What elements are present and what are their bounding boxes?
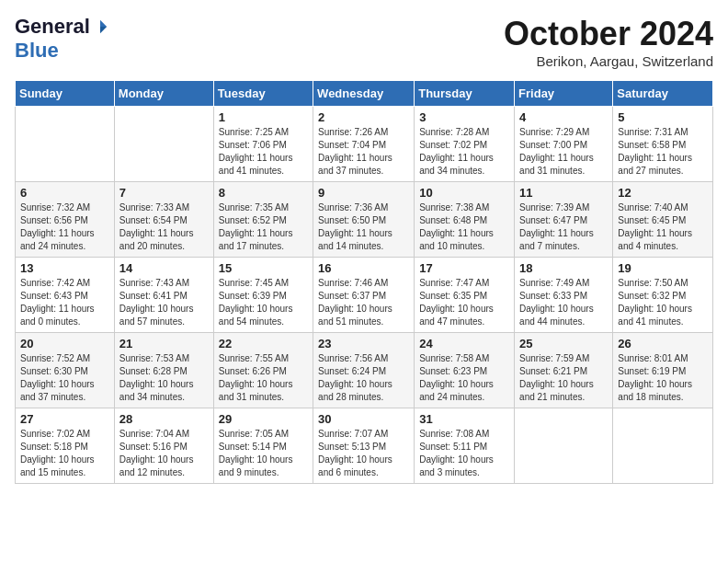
calendar-cell — [114, 107, 213, 182]
day-number: 22 — [219, 337, 308, 350]
day-info: Sunrise: 7:58 AM Sunset: 6:23 PM Dayligh… — [419, 352, 509, 404]
calendar-cell: 14Sunrise: 7:43 AM Sunset: 6:41 PM Dayli… — [114, 258, 213, 333]
calendar-cell: 23Sunrise: 7:56 AM Sunset: 6:24 PM Dayli… — [313, 333, 415, 408]
day-info: Sunrise: 7:32 AM Sunset: 6:56 PM Dayligh… — [20, 201, 109, 253]
day-info: Sunrise: 7:29 AM Sunset: 7:00 PM Dayligh… — [519, 126, 608, 178]
calendar-cell: 16Sunrise: 7:46 AM Sunset: 6:37 PM Dayli… — [313, 258, 415, 333]
logo-icon — [92, 18, 108, 35]
day-number: 27 — [20, 412, 109, 426]
day-number: 7 — [119, 186, 209, 200]
calendar-cell: 20Sunrise: 7:52 AM Sunset: 6:30 PM Dayli… — [16, 333, 115, 408]
day-number: 21 — [119, 337, 209, 350]
day-number: 24 — [419, 337, 509, 350]
day-number: 2 — [318, 110, 409, 124]
calendar-cell: 7Sunrise: 7:33 AM Sunset: 6:54 PM Daylig… — [114, 182, 213, 258]
svg-marker-1 — [100, 27, 107, 33]
day-info: Sunrise: 7:28 AM Sunset: 7:02 PM Dayligh… — [419, 126, 509, 178]
day-number: 20 — [20, 337, 109, 350]
day-info: Sunrise: 7:08 AM Sunset: 5:11 PM Dayligh… — [419, 428, 509, 479]
day-of-week-header: Wednesday — [313, 81, 415, 107]
day-number: 12 — [618, 186, 708, 200]
day-number: 18 — [519, 261, 608, 275]
calendar-cell: 9Sunrise: 7:36 AM Sunset: 6:50 PM Daylig… — [313, 182, 415, 258]
calendar-cell: 24Sunrise: 7:58 AM Sunset: 6:23 PM Dayli… — [415, 333, 515, 408]
calendar-table: SundayMondayTuesdayWednesdayThursdayFrid… — [15, 80, 713, 484]
logo-general-text: General — [15, 15, 90, 39]
day-number: 5 — [618, 110, 708, 124]
calendar-cell: 21Sunrise: 7:53 AM Sunset: 6:28 PM Dayli… — [114, 333, 213, 408]
day-number: 9 — [318, 186, 409, 200]
calendar-cell — [613, 408, 713, 484]
calendar-cell: 27Sunrise: 7:02 AM Sunset: 5:18 PM Dayli… — [16, 408, 115, 484]
location-text: Berikon, Aargau, Switzerland — [504, 53, 713, 69]
calendar-cell: 6Sunrise: 7:32 AM Sunset: 6:56 PM Daylig… — [16, 182, 115, 258]
calendar-cell: 1Sunrise: 7:25 AM Sunset: 7:06 PM Daylig… — [213, 107, 313, 182]
day-number: 4 — [519, 110, 608, 124]
day-info: Sunrise: 7:52 AM Sunset: 6:30 PM Dayligh… — [20, 352, 109, 404]
day-of-week-header: Thursday — [415, 81, 515, 107]
day-info: Sunrise: 7:26 AM Sunset: 7:04 PM Dayligh… — [318, 126, 409, 178]
calendar-cell: 28Sunrise: 7:04 AM Sunset: 5:16 PM Dayli… — [114, 408, 213, 484]
day-number: 26 — [618, 337, 708, 350]
day-info: Sunrise: 7:33 AM Sunset: 6:54 PM Dayligh… — [119, 201, 209, 253]
calendar-week-row: 27Sunrise: 7:02 AM Sunset: 5:18 PM Dayli… — [16, 408, 713, 484]
calendar-cell: 18Sunrise: 7:49 AM Sunset: 6:33 PM Dayli… — [515, 258, 613, 333]
calendar-cell: 12Sunrise: 7:40 AM Sunset: 6:45 PM Dayli… — [613, 182, 713, 258]
calendar-cell: 31Sunrise: 7:08 AM Sunset: 5:11 PM Dayli… — [415, 408, 515, 484]
calendar-cell: 5Sunrise: 7:31 AM Sunset: 6:58 PM Daylig… — [613, 107, 713, 182]
calendar-cell: 29Sunrise: 7:05 AM Sunset: 5:14 PM Dayli… — [213, 408, 313, 484]
day-of-week-header: Tuesday — [213, 81, 313, 107]
day-number: 23 — [318, 337, 409, 350]
day-info: Sunrise: 7:04 AM Sunset: 5:16 PM Dayligh… — [119, 428, 209, 479]
day-info: Sunrise: 7:31 AM Sunset: 6:58 PM Dayligh… — [618, 126, 708, 178]
day-of-week-header: Monday — [114, 81, 213, 107]
day-info: Sunrise: 7:07 AM Sunset: 5:13 PM Dayligh… — [318, 428, 409, 479]
day-number: 10 — [419, 186, 509, 200]
day-info: Sunrise: 7:40 AM Sunset: 6:45 PM Dayligh… — [618, 201, 708, 253]
day-number: 31 — [419, 412, 509, 426]
calendar-cell: 19Sunrise: 7:50 AM Sunset: 6:32 PM Dayli… — [613, 258, 713, 333]
calendar-cell: 11Sunrise: 7:39 AM Sunset: 6:47 PM Dayli… — [515, 182, 613, 258]
day-number: 13 — [20, 261, 109, 275]
calendar-cell: 26Sunrise: 8:01 AM Sunset: 6:19 PM Dayli… — [613, 333, 713, 408]
day-info: Sunrise: 7:05 AM Sunset: 5:14 PM Dayligh… — [219, 428, 308, 479]
day-number: 6 — [20, 186, 109, 200]
day-of-week-header: Sunday — [16, 81, 115, 107]
day-number: 28 — [119, 412, 209, 426]
calendar-header-row: SundayMondayTuesdayWednesdayThursdayFrid… — [16, 81, 713, 107]
day-info: Sunrise: 7:47 AM Sunset: 6:35 PM Dayligh… — [419, 277, 509, 328]
calendar-cell: 30Sunrise: 7:07 AM Sunset: 5:13 PM Dayli… — [313, 408, 415, 484]
calendar-cell — [515, 408, 613, 484]
calendar-week-row: 13Sunrise: 7:42 AM Sunset: 6:43 PM Dayli… — [16, 258, 713, 333]
day-number: 16 — [318, 261, 409, 275]
day-number: 11 — [519, 186, 608, 200]
calendar-cell: 3Sunrise: 7:28 AM Sunset: 7:02 PM Daylig… — [415, 107, 515, 182]
day-number: 3 — [419, 110, 509, 124]
day-info: Sunrise: 8:01 AM Sunset: 6:19 PM Dayligh… — [618, 352, 708, 404]
day-info: Sunrise: 7:39 AM Sunset: 6:47 PM Dayligh… — [519, 201, 608, 253]
title-block: October 2024 Berikon, Aargau, Switzerlan… — [504, 15, 713, 69]
logo-blue-text: Blue — [15, 39, 59, 63]
calendar-cell: 22Sunrise: 7:55 AM Sunset: 6:26 PM Dayli… — [213, 333, 313, 408]
calendar-week-row: 20Sunrise: 7:52 AM Sunset: 6:30 PM Dayli… — [16, 333, 713, 408]
calendar-cell: 13Sunrise: 7:42 AM Sunset: 6:43 PM Dayli… — [16, 258, 115, 333]
month-title: October 2024 — [504, 15, 713, 53]
day-number: 8 — [219, 186, 308, 200]
calendar-cell: 10Sunrise: 7:38 AM Sunset: 6:48 PM Dayli… — [415, 182, 515, 258]
day-info: Sunrise: 7:46 AM Sunset: 6:37 PM Dayligh… — [318, 277, 409, 328]
day-of-week-header: Saturday — [613, 81, 713, 107]
logo: General Blue — [15, 15, 108, 63]
day-info: Sunrise: 7:56 AM Sunset: 6:24 PM Dayligh… — [318, 352, 409, 404]
day-info: Sunrise: 7:53 AM Sunset: 6:28 PM Dayligh… — [119, 352, 209, 404]
day-info: Sunrise: 7:38 AM Sunset: 6:48 PM Dayligh… — [419, 201, 509, 253]
day-number: 17 — [419, 261, 509, 275]
day-info: Sunrise: 7:49 AM Sunset: 6:33 PM Dayligh… — [519, 277, 608, 328]
day-info: Sunrise: 7:43 AM Sunset: 6:41 PM Dayligh… — [119, 277, 209, 328]
day-info: Sunrise: 7:25 AM Sunset: 7:06 PM Dayligh… — [219, 126, 308, 178]
day-info: Sunrise: 7:59 AM Sunset: 6:21 PM Dayligh… — [519, 352, 608, 404]
day-info: Sunrise: 7:36 AM Sunset: 6:50 PM Dayligh… — [318, 201, 409, 253]
calendar-cell — [16, 107, 115, 182]
day-info: Sunrise: 7:50 AM Sunset: 6:32 PM Dayligh… — [618, 277, 708, 328]
calendar-cell: 17Sunrise: 7:47 AM Sunset: 6:35 PM Dayli… — [415, 258, 515, 333]
calendar-week-row: 1Sunrise: 7:25 AM Sunset: 7:06 PM Daylig… — [16, 107, 713, 182]
